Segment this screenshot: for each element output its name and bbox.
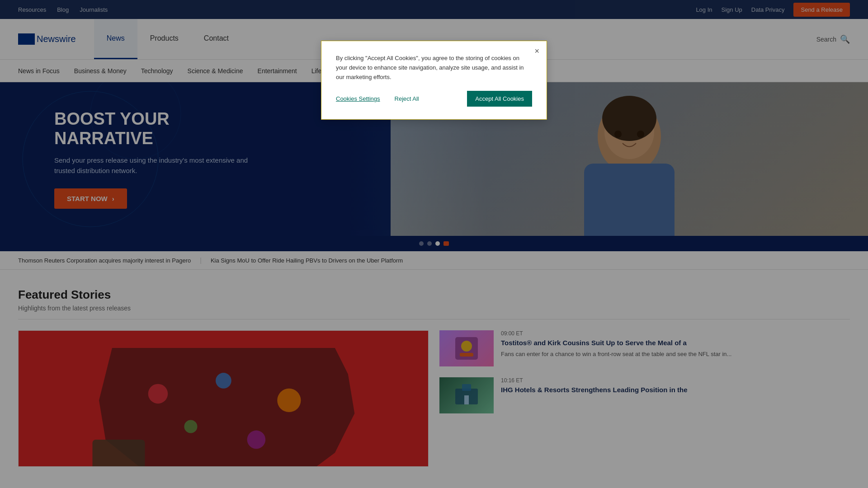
cookie-message: By clicking "Accept All Cookies", you ag… [336, 54, 532, 82]
cookie-reject-button[interactable]: Reject All [395, 95, 419, 102]
cookie-overlay: × By clicking "Accept All Cookies", you … [0, 0, 868, 485]
cookie-close-button[interactable]: × [534, 47, 539, 56]
cookie-accept-button[interactable]: Accept All Cookies [467, 91, 532, 107]
cookie-banner: × By clicking "Accept All Cookies", you … [321, 41, 547, 120]
cookie-settings-link[interactable]: Cookies Settings [336, 95, 380, 102]
cookie-actions: Cookies Settings Reject All Accept All C… [336, 91, 532, 107]
